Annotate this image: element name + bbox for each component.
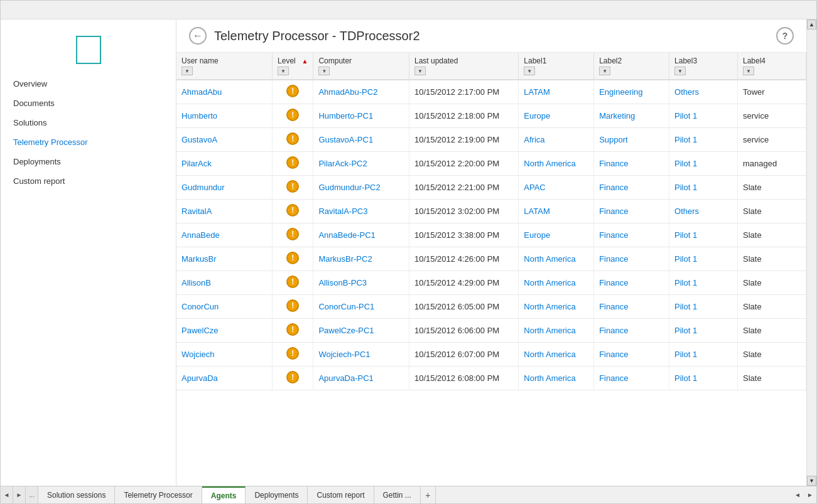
sidebar-item-overview[interactable]: Overview — [1, 74, 176, 94]
scroll-down-arrow[interactable]: ▼ — [807, 476, 816, 486]
computer-link[interactable]: AhmadAbu-PC2 — [318, 87, 377, 97]
sidebar-toggle[interactable] — [76, 36, 101, 64]
filter-label4[interactable]: ▼ — [743, 67, 754, 75]
label2-link[interactable]: Finance — [599, 278, 628, 287]
computer-link[interactable]: ConorCun-PC1 — [318, 302, 374, 311]
filter-label3[interactable]: ▼ — [674, 67, 686, 75]
sidebar-item-documents[interactable]: Documents — [1, 94, 176, 113]
sidebar-item-custom-report[interactable]: Custom report — [1, 171, 176, 191]
label3-link[interactable]: Pilot 1 — [674, 302, 697, 311]
label3-link[interactable]: Pilot 1 — [674, 350, 697, 359]
computer-link[interactable]: PilarAck-PC2 — [318, 159, 367, 168]
label1-link[interactable]: LATAM — [524, 87, 549, 97]
label3-link[interactable]: Pilot 1 — [674, 230, 697, 240]
status-warning-icon — [286, 228, 299, 240]
label1-link[interactable]: North America — [524, 326, 575, 335]
computer-link[interactable]: RavitalA-PC3 — [318, 206, 367, 216]
label2-link[interactable]: Support — [599, 135, 628, 144]
label1-link[interactable]: Africa — [524, 135, 544, 144]
tab-deployments[interactable]: Deployments — [246, 486, 308, 503]
label1-link[interactable]: Europe — [524, 230, 550, 240]
computer-link[interactable]: AnnaBede-PC1 — [318, 230, 375, 240]
back-button[interactable]: ← — [189, 27, 207, 45]
label2-link[interactable]: Finance — [599, 373, 628, 383]
tab-next-btn[interactable]: ► — [13, 486, 26, 503]
tab-solution-sessions[interactable]: Solution sessions — [38, 486, 115, 503]
table-area[interactable]: User name ▼ Level ▲ — [176, 53, 806, 486]
filter-computer[interactable]: ▼ — [318, 67, 330, 75]
computer-link[interactable]: MarkusBr-PC2 — [318, 254, 372, 264]
computer-link[interactable]: Wojciech-PC1 — [318, 350, 370, 359]
username-link[interactable]: MarkusBr — [181, 254, 217, 264]
username-link[interactable]: PilarAck — [181, 159, 212, 168]
col-header-label2: Label2 ▼ — [594, 53, 669, 80]
computer-link[interactable]: AllisonB-PC3 — [318, 278, 367, 287]
filter-label2[interactable]: ▼ — [599, 67, 610, 75]
label1-link[interactable]: North America — [524, 278, 575, 287]
label2-link[interactable]: Finance — [599, 183, 628, 192]
username-link[interactable]: AhmadAbu — [181, 87, 222, 97]
tab-more-btn[interactable]: ... — [26, 486, 38, 503]
tab-agents[interactable]: Agents — [202, 486, 246, 503]
label3-link[interactable]: Pilot 1 — [674, 159, 697, 168]
sidebar-item-deployments[interactable]: Deployments — [1, 152, 176, 171]
tab-gettin[interactable]: Gettin ... — [374, 486, 421, 503]
label3-link[interactable]: Pilot 1 — [674, 373, 697, 383]
label3-link[interactable]: Pilot 1 — [674, 278, 697, 287]
help-button[interactable]: ? — [776, 27, 794, 45]
label3-link[interactable]: Pilot 1 — [674, 183, 697, 192]
label2-link[interactable]: Finance — [599, 159, 628, 168]
computer-link[interactable]: ApurvaDa-PC1 — [318, 373, 373, 383]
username-link[interactable]: Humberto — [181, 111, 217, 121]
username-link[interactable]: GustavoA — [181, 135, 217, 144]
label3-link[interactable]: Pilot 1 — [674, 135, 697, 144]
computer-link[interactable]: PawelCze-PC1 — [318, 326, 374, 335]
label3-link[interactable]: Others — [674, 87, 699, 97]
filter-last-updated[interactable]: ▼ — [414, 67, 426, 75]
username-link[interactable]: Gudmundur — [181, 183, 225, 192]
label1-link[interactable]: North America — [524, 302, 575, 311]
sidebar-item-solutions[interactable]: Solutions — [1, 113, 176, 132]
cell-username: Gudmundur — [176, 176, 273, 200]
label3-link[interactable]: Pilot 1 — [674, 326, 697, 335]
username-link[interactable]: RavitalA — [181, 206, 212, 216]
username-link[interactable]: PawelCze — [181, 326, 219, 335]
computer-link[interactable]: Gudmundur-PC2 — [318, 183, 380, 192]
username-link[interactable]: AnnaBede — [181, 230, 220, 240]
scroll-up-arrow[interactable]: ▲ — [807, 19, 816, 29]
label2-link[interactable]: Finance — [599, 350, 628, 359]
filter-label1[interactable]: ▼ — [524, 67, 535, 75]
tab-add-button[interactable]: + — [421, 486, 436, 503]
computer-link[interactable]: GustavoA-PC1 — [318, 135, 373, 144]
label2-link[interactable]: Finance — [599, 206, 628, 216]
label3-link[interactable]: Pilot 1 — [674, 111, 697, 121]
label3-link[interactable]: Others — [674, 206, 699, 216]
tab-prev-btn[interactable]: ◄ — [1, 486, 13, 503]
label2-link[interactable]: Finance — [599, 302, 628, 311]
label2-link[interactable]: Finance — [599, 326, 628, 335]
filter-level[interactable]: ▼ — [278, 67, 289, 75]
tab-telemetry-processor[interactable]: Telemetry Processor — [115, 486, 202, 503]
filter-username[interactable]: ▼ — [181, 67, 193, 75]
username-link[interactable]: ApurvaDa — [181, 373, 218, 383]
tab-scroll-left[interactable]: ◄ — [791, 486, 804, 503]
label1-link[interactable]: LATAM — [524, 206, 549, 216]
label2-link[interactable]: Marketing — [599, 111, 635, 121]
tab-custom-report[interactable]: Custom report — [308, 486, 374, 503]
label1-link[interactable]: North America — [524, 159, 575, 168]
label1-link[interactable]: North America — [524, 373, 575, 383]
label2-link[interactable]: Finance — [599, 254, 628, 264]
sidebar-item-telemetry[interactable]: Telemetry Processor — [1, 132, 176, 152]
username-link[interactable]: ConorCun — [181, 302, 219, 311]
username-link[interactable]: AllisonB — [181, 278, 211, 287]
label1-link[interactable]: Europe — [524, 111, 550, 121]
label2-link[interactable]: Engineering — [599, 87, 642, 97]
label1-link[interactable]: North America — [524, 350, 575, 359]
label3-link[interactable]: Pilot 1 — [674, 254, 697, 264]
computer-link[interactable]: Humberto-PC1 — [318, 111, 373, 121]
label1-link[interactable]: APAC — [524, 183, 545, 192]
label1-link[interactable]: North America — [524, 254, 575, 264]
label2-link[interactable]: Finance — [599, 230, 628, 240]
username-link[interactable]: Wojciech — [181, 350, 215, 359]
tab-scroll-right[interactable]: ► — [804, 486, 816, 503]
